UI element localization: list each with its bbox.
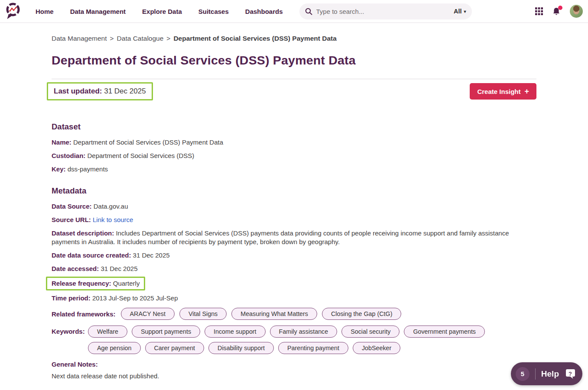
keyword-tag[interactable]: JobSeeker (353, 342, 400, 354)
field-value: Includes Department of Social Services (… (52, 229, 509, 245)
nav-dashboards[interactable]: Dashboards (245, 8, 283, 15)
dataset-description-row: Dataset description: Includes Department… (52, 229, 536, 246)
last-updated-row: Last updated: 31 Dec 2025 Create Insight… (52, 82, 536, 100)
source-url-row: Source URL: Link to source (52, 216, 536, 224)
release-frequency-row: Release frequency: Quarterly (52, 280, 140, 287)
keyword-tag[interactable]: Family assistance (270, 326, 338, 338)
search-scope-dropdown[interactable]: All ▾ (454, 8, 466, 15)
header-actions (535, 5, 583, 18)
help-chat-icon: ? (565, 368, 577, 380)
top-navigation-bar: Home Data Management Explore Data Suitca… (0, 0, 588, 23)
breadcrumb-data-management[interactable]: Data Management (52, 35, 107, 42)
breadcrumb-data-catalogue[interactable]: Data Catalogue (117, 35, 164, 42)
field-value: Data.gov.au (94, 203, 128, 210)
nav-data-management[interactable]: Data Management (70, 8, 126, 15)
dataset-name-row: Name: Department of Social Services (DSS… (52, 138, 536, 147)
divider (535, 368, 536, 380)
plus-icon: + (524, 87, 529, 95)
breadcrumb-separator: > (166, 35, 170, 42)
field-label: Date data source created: (52, 251, 131, 259)
app-logo-icon[interactable] (4, 2, 22, 21)
general-notes-value: Next data release date not published. (52, 372, 536, 380)
notifications-bell-icon[interactable] (552, 7, 561, 16)
main-nav: Home Data Management Explore Data Suitca… (36, 8, 283, 15)
field-value: dss-payments (68, 165, 108, 173)
keyword-tag[interactable]: Carer payment (145, 342, 205, 354)
keyword-tag[interactable]: Welfare (88, 326, 127, 338)
dataset-section-heading: Dataset (52, 122, 536, 132)
chevron-down-icon: ▾ (464, 9, 466, 14)
search-input[interactable] (316, 8, 450, 15)
general-notes-label: General Notes: (52, 361, 536, 368)
field-label: Key: (52, 165, 66, 173)
keyword-tag[interactable]: Support payments (132, 326, 200, 338)
framework-tag[interactable]: Measuring What Matters (231, 308, 317, 320)
field-label: Custodian: (52, 152, 85, 159)
keywords-row: Keywords: Welfare Support payments Incom… (52, 326, 536, 354)
keyword-tag[interactable]: Parenting payment (278, 342, 348, 354)
keyword-tag[interactable]: Social security (341, 326, 400, 338)
release-frequency-highlight-box: Release frequency: Quarterly (46, 277, 145, 290)
global-search: All ▾ (299, 3, 472, 19)
field-label: Dataset description: (52, 229, 114, 237)
create-insight-button[interactable]: Create Insight + (470, 83, 536, 100)
help-count-badge: 5 (516, 367, 530, 381)
last-updated-label: Last updated: (54, 87, 102, 95)
field-label: Name: (52, 139, 71, 146)
field-label: Time period: (52, 294, 91, 302)
last-updated-highlight-box: Last updated: 31 Dec 2025 (47, 82, 153, 100)
notification-badge-dot (558, 6, 562, 10)
search-icon (305, 8, 312, 15)
field-value: 31 Dec 2025 (101, 265, 137, 272)
field-value: Quarterly (113, 280, 140, 287)
apps-grid-icon[interactable] (535, 7, 543, 15)
field-value: 2013 Jul-Sep to 2025 Jul-Sep (92, 294, 178, 302)
nav-explore-data[interactable]: Explore Data (142, 8, 182, 15)
keyword-tag[interactable]: Government payments (404, 326, 485, 338)
help-label: Help (541, 369, 559, 379)
data-source-row: Data Source: Data.gov.au (52, 202, 536, 211)
keyword-tag[interactable]: Disability support (208, 342, 274, 354)
nav-suitcases[interactable]: Suitcases (198, 8, 229, 15)
field-label: Source URL: (52, 216, 91, 223)
divider (52, 79, 536, 79)
keyword-tag[interactable]: Age pension (88, 342, 141, 354)
last-updated-value: 31 Dec 2025 (104, 87, 146, 95)
field-label: Keywords: (52, 326, 88, 354)
time-period-row: Time period: 2013 Jul-Sep to 2025 Jul-Se… (52, 294, 536, 303)
related-frameworks-row: Related frameworks: ARACY Nest Vital Sig… (52, 308, 536, 320)
page-title: Department of Social Services (DSS) Paym… (52, 53, 536, 68)
keyword-tag[interactable]: Income support (205, 326, 266, 338)
field-value: Department of Social Services (DSS) Paym… (73, 139, 223, 146)
field-label: Date accessed: (52, 265, 99, 272)
user-avatar[interactable] (570, 5, 583, 18)
breadcrumb-separator: > (110, 35, 114, 42)
svg-text:?: ? (569, 370, 572, 377)
framework-tag[interactable]: ARACY Nest (121, 308, 175, 320)
metadata-section-heading: Metadata (52, 186, 536, 196)
keyword-tags: Welfare Support payments Income support … (88, 326, 489, 354)
framework-tag[interactable]: Vital Signs (179, 308, 227, 320)
source-url-link[interactable]: Link to source (93, 216, 133, 223)
field-label: Release frequency: (52, 280, 111, 287)
field-value: Department of Social Services (DSS) (88, 152, 195, 159)
nav-home[interactable]: Home (36, 8, 54, 15)
date-accessed-row: Date accessed: 31 Dec 2025 (52, 264, 536, 273)
breadcrumb: Data Management>Data Catalogue>Departmen… (52, 35, 536, 42)
field-label: Related frameworks: (52, 310, 116, 318)
dataset-custodian-row: Custodian: Department of Social Services… (52, 151, 536, 160)
date-created-row: Date data source created: 31 Dec 2025 (52, 251, 536, 260)
framework-tag[interactable]: Closing the Gap (CtG) (322, 308, 401, 320)
field-value: 31 Dec 2025 (133, 251, 170, 259)
help-button[interactable]: 5 Help ? (511, 362, 582, 385)
page-content: Data Management>Data Catalogue>Departmen… (0, 35, 588, 390)
breadcrumb-current-page: Department of Social Services (DSS) Paym… (173, 35, 336, 42)
field-label: Data Source: (52, 203, 92, 210)
dataset-key-row: Key: dss-payments (52, 165, 536, 174)
